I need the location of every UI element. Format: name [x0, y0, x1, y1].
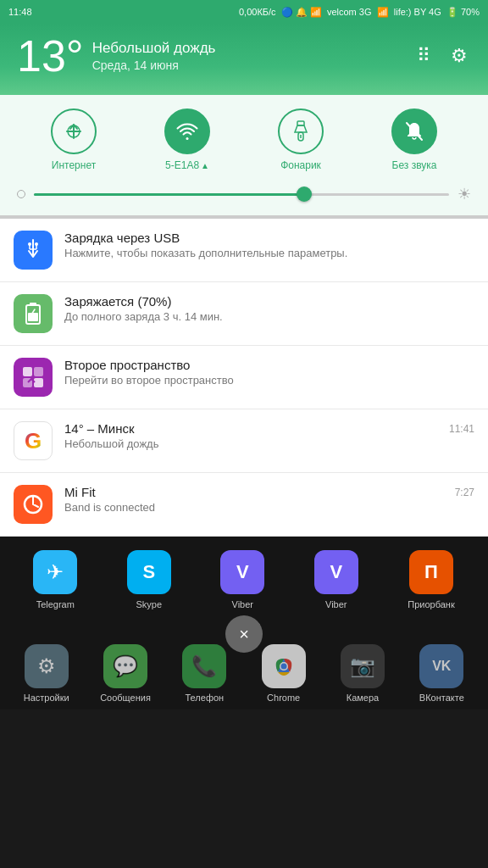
phone-dock-icon: 📞	[182, 644, 226, 688]
dock-vk[interactable]: VK ВКонтакте	[402, 644, 481, 703]
wifi-circle	[164, 108, 210, 154]
notification-mifit[interactable]: Mi Fit Band is connected 7:27	[0, 473, 488, 537]
notification-usb[interactable]: Зарядка через USB Нажмите, чтобы показат…	[0, 219, 488, 282]
slider-fill	[34, 193, 304, 196]
notifications-list: Зарядка через USB Нажмите, чтобы показат…	[0, 219, 488, 537]
chrome-dock-icon	[262, 644, 306, 688]
home-app-row: ✈ Telegram S Skype V Viber V Viber П При…	[0, 537, 488, 616]
carrier1: velcom 3G	[327, 7, 372, 17]
status-center: 0,00КБ/с 🔵 🔔 📶 velcom 3G 📶 life:) BY 4G …	[239, 7, 480, 18]
dock-phone[interactable]: 📞 Телефон	[165, 644, 244, 703]
settings-button[interactable]: ⚙	[447, 42, 471, 70]
dock-camera[interactable]: 📷 Камера	[323, 644, 402, 703]
notification-panel: Интернет 5-E1A8 ▲	[0, 95, 488, 215]
brightness-row: ☀	[0, 180, 488, 215]
priorbank-label: Приорбанк	[408, 599, 454, 609]
status-left: 11:48	[8, 7, 32, 17]
dock-chrome[interactable]: Chrome	[244, 644, 323, 703]
viber1-label: Viber	[232, 599, 253, 609]
toggle-flashlight[interactable]: Фонарик	[278, 108, 324, 171]
google-desc: Небольшой дождь	[64, 437, 437, 450]
notification-battery[interactable]: Заряжается (70%) До полного заряда 3 ч. …	[0, 282, 488, 346]
status-bar: 11:48 0,00КБ/с 🔵 🔔 📶 velcom 3G 📶 life:) …	[0, 0, 488, 24]
battery-icon	[14, 294, 53, 333]
battery-level: 70%	[461, 7, 480, 17]
battery-content: Заряжается (70%) До полного заряда 3 ч. …	[64, 294, 474, 323]
header-icons: ⠿ ⚙	[413, 42, 471, 70]
space-content: Второе пространство Перейти во второе пр…	[64, 358, 474, 387]
data-speed: 0,00КБ/с	[239, 7, 276, 17]
viber2-label: Viber	[325, 599, 347, 609]
google-title: 14° – Минск	[64, 421, 437, 436]
internet-circle	[51, 108, 97, 154]
brightness-slider[interactable]	[34, 193, 449, 196]
mifit-title: Mi Fit	[64, 485, 443, 499]
home-app-skype[interactable]: S Skype	[127, 550, 171, 609]
apps-grid-button[interactable]: ⠿	[413, 42, 434, 70]
vk-dock-icon: VK	[419, 644, 463, 688]
mifit-time: 7:27	[455, 485, 474, 498]
camera-dock-icon: 📷	[341, 644, 385, 688]
dock-messages[interactable]: 💬 Сообщения	[86, 644, 164, 703]
svg-rect-14	[23, 367, 32, 376]
svg-point-22	[280, 664, 286, 670]
usb-content: Зарядка через USB Нажмите, чтобы показат…	[64, 231, 474, 259]
camera-dock-label: Камера	[347, 693, 379, 703]
home-app-viber1[interactable]: V Viber	[220, 550, 264, 609]
weather-description: Небольшой дождь	[92, 40, 216, 57]
wifi-label: 5-E1A8	[165, 159, 199, 171]
mifit-icon	[14, 485, 53, 524]
google-time: 11:41	[449, 421, 474, 435]
silent-label: Без звука	[392, 159, 437, 171]
brightness-min-icon	[17, 190, 25, 198]
temperature: 13°	[17, 34, 84, 78]
weather-header: 13° Небольшой дождь Среда, 14 июня ⠿ ⚙	[0, 24, 488, 95]
priorbank-icon: П	[409, 550, 453, 594]
toggle-internet[interactable]: Интернет	[51, 108, 97, 171]
mifit-content: Mi Fit Band is connected	[64, 485, 443, 514]
flashlight-label: Фонарик	[280, 159, 321, 171]
settings-dock-icon: ⚙	[25, 644, 69, 688]
status-time: 11:48	[8, 7, 32, 17]
internet-label: Интернет	[52, 159, 96, 171]
messages-dock-icon: 💬	[103, 644, 147, 688]
skype-icon: S	[127, 550, 171, 594]
carrier2: life:) BY 4G	[394, 7, 441, 17]
flashlight-circle	[278, 108, 324, 154]
usb-title: Зарядка через USB	[64, 231, 474, 245]
silent-circle	[391, 108, 437, 154]
space-icon	[14, 358, 53, 397]
dock-row: × ⚙ Настройки 💬 Сообщения 📞 Телефон	[0, 636, 488, 709]
notification-space[interactable]: Второе пространство Перейти во второе пр…	[0, 346, 488, 409]
skype-label: Skype	[136, 599, 162, 609]
home-app-viber2[interactable]: V Viber	[314, 550, 358, 609]
quick-toggles: Интернет 5-E1A8 ▲	[0, 95, 488, 180]
weather-left: 13° Небольшой дождь Среда, 14 июня	[17, 34, 215, 78]
space-desc: Перейти во второе пространство	[64, 374, 474, 387]
toggle-wifi[interactable]: 5-E1A8 ▲	[164, 108, 210, 171]
messages-dock-label: Сообщения	[100, 693, 151, 703]
brightness-max-icon: ☀	[458, 185, 471, 203]
slider-thumb[interactable]	[297, 186, 312, 202]
dock-settings[interactable]: ⚙ Настройки	[7, 644, 86, 703]
usb-icon	[14, 231, 53, 270]
google-content: 14° – Минск Небольшой дождь	[64, 421, 437, 450]
google-icon: G	[14, 421, 53, 460]
phone-dock-label: Телефон	[186, 693, 225, 703]
notification-google[interactable]: G 14° – Минск Небольшой дождь 11:41	[0, 409, 488, 473]
settings-dock-label: Настройки	[24, 693, 69, 703]
weather-date: Среда, 14 июня	[92, 58, 216, 72]
svg-rect-17	[34, 378, 43, 387]
svg-rect-15	[34, 367, 43, 376]
telegram-label: Telegram	[36, 599, 75, 609]
svg-rect-12	[30, 303, 36, 305]
vk-dock-label: ВКонтакте	[419, 693, 464, 703]
home-app-priorbank[interactable]: П Приорбанк	[408, 550, 454, 609]
viber1-icon: V	[220, 550, 264, 594]
telegram-icon: ✈	[33, 550, 77, 594]
toggle-silent[interactable]: Без звука	[391, 108, 437, 171]
home-app-telegram[interactable]: ✈ Telegram	[33, 550, 77, 609]
space-title: Второе пространство	[64, 358, 474, 372]
mifit-desc: Band is connected	[64, 501, 443, 514]
close-button[interactable]: ×	[225, 615, 263, 653]
